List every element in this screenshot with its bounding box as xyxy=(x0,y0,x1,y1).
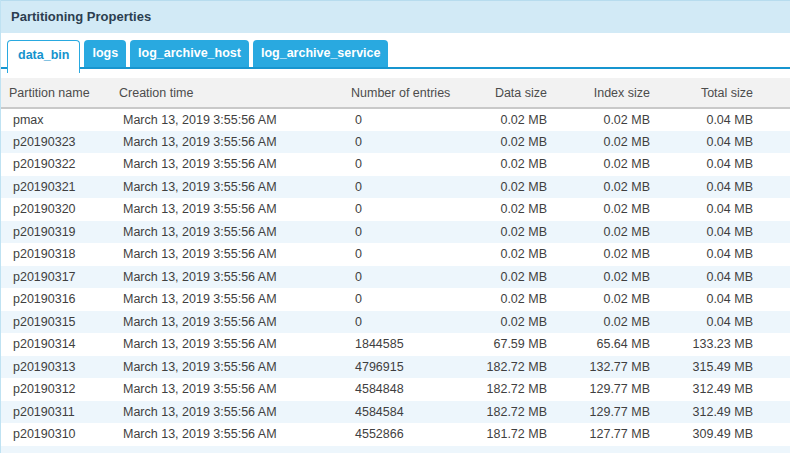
cell-total-size: 0.04 MB xyxy=(654,108,757,131)
cell-filler xyxy=(757,221,790,244)
cell-index-size: 127.77 MB xyxy=(551,423,654,446)
cell-data-size: 181.72 MB xyxy=(463,423,551,446)
table-row: p20190320March 13, 2019 3:55:56 AM00.02 … xyxy=(1,198,790,221)
cell-data-size: 0.02 MB xyxy=(463,266,551,289)
cell-index-size: 0.02 MB xyxy=(551,131,654,154)
cell-filler xyxy=(757,243,790,266)
table-row: p20190312March 13, 2019 3:55:56 AM458484… xyxy=(1,378,790,401)
col-header-index-size: Index size xyxy=(551,78,654,108)
cell-filler xyxy=(757,288,790,311)
col-header-filler xyxy=(757,78,790,108)
cell-creation-time: March 13, 2019 3:55:56 AM xyxy=(111,423,343,446)
cell-partition-name: p20190316 xyxy=(1,288,111,311)
cell-filler xyxy=(757,153,790,176)
cell-data-size: 0.02 MB xyxy=(463,176,551,199)
cell-creation-time: March 13, 2019 3:55:56 AM xyxy=(111,333,343,356)
cell-creation-time: March 13, 2019 3:55:56 AM xyxy=(111,108,343,131)
cell-index-size: 65.64 MB xyxy=(551,333,654,356)
cell-creation-time: March 13, 2019 3:55:56 AM xyxy=(111,221,343,244)
cell-filler xyxy=(757,356,790,379)
cell-creation-time: March 13, 2019 3:55:56 AM xyxy=(111,311,343,334)
cell-total-size: 0.04 MB xyxy=(654,198,757,221)
tab-data_bin[interactable]: data_bin xyxy=(7,40,80,73)
cell-creation-time: March 13, 2019 3:55:56 AM xyxy=(111,378,343,401)
cell-index-size: 0.02 MB xyxy=(551,198,654,221)
cell-filler xyxy=(757,401,790,424)
col-header-number-of-entries: Number of entries xyxy=(343,78,463,108)
cell-total-size: 0.04 MB xyxy=(654,176,757,199)
cell-data-size: 0.02 MB xyxy=(463,108,551,131)
partitioning-properties-panel: Partitioning Properties data_binlogslog_… xyxy=(0,0,790,453)
cell-number-of-entries: 1844585 xyxy=(343,333,463,356)
cell-data-size: 182.72 MB xyxy=(463,356,551,379)
table-row: p20190319March 13, 2019 3:55:56 AM00.02 … xyxy=(1,221,790,244)
cell-index-size: 0.02 MB xyxy=(551,153,654,176)
cell-creation-time: March 13, 2019 3:55:56 AM xyxy=(111,153,343,176)
panel-title: Partitioning Properties xyxy=(1,0,790,33)
cell-index-size: 0.02 MB xyxy=(551,266,654,289)
cell-filler xyxy=(757,131,790,154)
cell-partition-name: p20190318 xyxy=(1,243,111,266)
cell-partition-name: p20190315 xyxy=(1,311,111,334)
table-row: p20190315March 13, 2019 3:55:56 AM00.02 … xyxy=(1,311,790,334)
table-row: p20190321March 13, 2019 3:55:56 AM00.02 … xyxy=(1,176,790,199)
cell-filler xyxy=(757,176,790,199)
tab-log_archive_service[interactable]: log_archive_service xyxy=(253,40,389,67)
cell-total-size: 0.04 MB xyxy=(654,131,757,154)
col-header-total-size: Total size xyxy=(654,78,757,108)
cell-partition-name: pmax xyxy=(1,108,111,131)
cell-number-of-entries: 4584848 xyxy=(343,378,463,401)
table-row-partial xyxy=(1,446,790,453)
cell-creation-time: March 13, 2019 3:55:56 AM xyxy=(111,198,343,221)
cell-index-size: 0.02 MB xyxy=(551,311,654,334)
table-row: p20190317March 13, 2019 3:55:56 AM00.02 … xyxy=(1,266,790,289)
cell-index-size: 0.02 MB xyxy=(551,221,654,244)
cell-partition-name: p20190319 xyxy=(1,221,111,244)
cell-index-size: 129.77 MB xyxy=(551,401,654,424)
cell-filler xyxy=(1,446,790,453)
cell-number-of-entries: 0 xyxy=(343,221,463,244)
cell-partition-name: p20190311 xyxy=(1,401,111,424)
tab-logs[interactable]: logs xyxy=(84,40,126,67)
cell-data-size: 182.72 MB xyxy=(463,401,551,424)
cell-index-size: 0.02 MB xyxy=(551,243,654,266)
cell-index-size: 0.02 MB xyxy=(551,288,654,311)
cell-number-of-entries: 0 xyxy=(343,288,463,311)
cell-total-size: 0.04 MB xyxy=(654,311,757,334)
col-header-creation-time: Creation time xyxy=(111,78,343,108)
table-row: p20190313March 13, 2019 3:55:56 AM479691… xyxy=(1,356,790,379)
cell-total-size: 312.49 MB xyxy=(654,401,757,424)
cell-partition-name: p20190320 xyxy=(1,198,111,221)
cell-number-of-entries: 0 xyxy=(343,198,463,221)
cell-partition-name: p20190322 xyxy=(1,153,111,176)
cell-total-size: 0.04 MB xyxy=(654,243,757,266)
table-row: pmaxMarch 13, 2019 3:55:56 AM00.02 MB0.0… xyxy=(1,108,790,131)
cell-total-size: 0.04 MB xyxy=(654,266,757,289)
cell-number-of-entries: 0 xyxy=(343,108,463,131)
cell-filler xyxy=(757,266,790,289)
cell-data-size: 182.72 MB xyxy=(463,378,551,401)
cell-total-size: 312.49 MB xyxy=(654,378,757,401)
cell-number-of-entries: 0 xyxy=(343,176,463,199)
table-row: p20190314March 13, 2019 3:55:56 AM184458… xyxy=(1,333,790,356)
cell-creation-time: March 13, 2019 3:55:56 AM xyxy=(111,288,343,311)
cell-number-of-entries: 4552866 xyxy=(343,423,463,446)
cell-data-size: 0.02 MB xyxy=(463,288,551,311)
table-header-row: Partition name Creation time Number of e… xyxy=(1,78,790,108)
cell-data-size: 0.02 MB xyxy=(463,153,551,176)
cell-partition-name: p20190317 xyxy=(1,266,111,289)
cell-data-size: 0.02 MB xyxy=(463,311,551,334)
table-row: p20190318March 13, 2019 3:55:56 AM00.02 … xyxy=(1,243,790,266)
cell-data-size: 0.02 MB xyxy=(463,243,551,266)
cell-filler xyxy=(757,311,790,334)
cell-creation-time: March 13, 2019 3:55:56 AM xyxy=(111,401,343,424)
cell-partition-name: p20190323 xyxy=(1,131,111,154)
cell-total-size: 0.04 MB xyxy=(654,153,757,176)
cell-creation-time: March 13, 2019 3:55:56 AM xyxy=(111,131,343,154)
cell-data-size: 67.59 MB xyxy=(463,333,551,356)
cell-total-size: 0.04 MB xyxy=(654,288,757,311)
col-header-partition-name: Partition name xyxy=(1,78,111,108)
partitions-table: Partition name Creation time Number of e… xyxy=(1,78,790,453)
table-row: p20190311March 13, 2019 3:55:56 AM458458… xyxy=(1,401,790,424)
tab-log_archive_host[interactable]: log_archive_host xyxy=(130,40,249,67)
